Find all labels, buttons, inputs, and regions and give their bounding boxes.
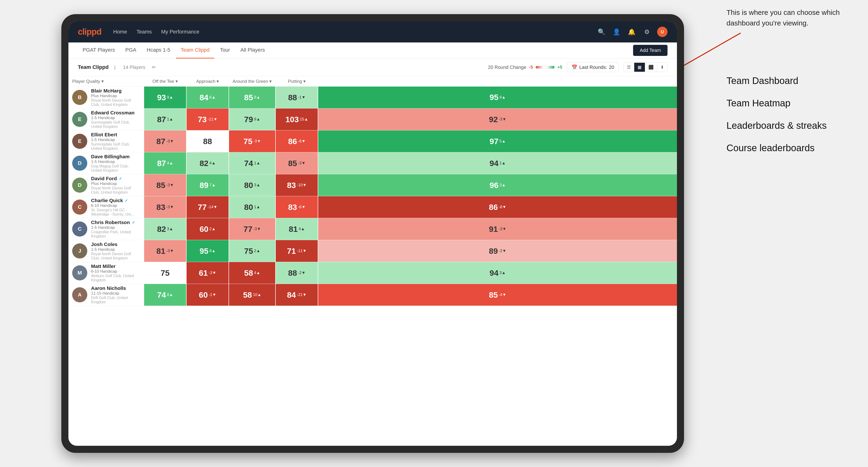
score-cell-4: 85 -4▼ (318, 284, 677, 306)
tab-tour[interactable]: Tour (215, 42, 235, 59)
nav-home[interactable]: Home (113, 29, 127, 35)
score-cell-4: 89 -2▼ (318, 240, 677, 262)
player-cell[interactable]: B Blair McHarg Plus Handicap Royal North… (68, 87, 144, 108)
score-value: 60 (199, 224, 209, 234)
score-value: 86 (489, 203, 498, 212)
score-value: 83 (288, 203, 297, 212)
tablet-frame: clippd Home Teams My Performance 🔍 👤 🔔 ⚙… (61, 14, 684, 453)
view-grid-btn[interactable]: ▦ (634, 63, 645, 72)
score-change: -1▼ (209, 292, 216, 297)
score-cell-4: 97 5▲ (318, 130, 677, 152)
nav-my-performance[interactable]: My Performance (161, 29, 199, 35)
player-club: Sunningdale Golf Club, United Kingdom (91, 120, 140, 129)
tab-hcaps[interactable]: Hcaps 1-5 (142, 42, 175, 59)
search-icon[interactable]: 🔍 (597, 27, 606, 36)
bell-icon[interactable]: 🔔 (627, 27, 637, 36)
score-value: 80 (244, 181, 253, 190)
player-name: Dave Billingham (91, 154, 140, 159)
scale-pos: +5 (557, 65, 562, 70)
player-avatar: D (72, 178, 87, 193)
view-export-btn[interactable]: ⬇ (657, 63, 667, 72)
add-team-button[interactable]: Add Team (633, 45, 668, 56)
player-info: Dave Billingham 1-5 Handicap Gog Magog G… (91, 154, 140, 173)
player-handicap: 1-5 Handicap (91, 225, 140, 230)
settings-icon[interactable]: ⚙ (642, 27, 651, 36)
tablet-screen: clippd Home Teams My Performance 🔍 👤 🔔 ⚙… (68, 21, 677, 446)
player-cell[interactable]: A Aaron Nicholls 11-15 Handicap Drift Go… (68, 284, 144, 306)
score-change: -8▼ (499, 205, 506, 210)
score-value: 74 (244, 159, 253, 168)
annotation-text: This is where you can choose which dashb… (726, 7, 859, 28)
col-approach-header[interactable]: Approach ▾ (186, 76, 229, 87)
player-cell[interactable]: E Edward Crossman 1-5 Handicap Sunningda… (68, 108, 144, 130)
player-handicap: 1-5 Handicap (91, 247, 140, 252)
score-cell-2: 58 4▲ (229, 262, 276, 284)
tab-team-clippd[interactable]: Team Clippd (176, 42, 214, 59)
player-cell[interactable]: C Chris Robertson ✓ 1-5 Handicap Craigmi… (68, 218, 144, 240)
score-change: 4▲ (299, 227, 305, 231)
option-team-heatmap[interactable]: Team Heatmap (726, 98, 859, 108)
table-row: E Edward Crossman 1-5 Handicap Sunningda… (68, 108, 677, 130)
option-leaderboards[interactable]: Leaderboards & streaks (726, 120, 859, 131)
score-value: 73 (198, 115, 207, 124)
col-around-green-header[interactable]: Around the Green ▾ (229, 76, 276, 87)
player-avatar: A (72, 287, 87, 302)
score-value: 81 (156, 247, 165, 256)
player-info: Chris Robertson ✓ 1-5 Handicap Craigmill… (91, 220, 140, 239)
score-value: 89 (489, 247, 498, 256)
player-count: 14 Players (123, 65, 146, 70)
tab-pga[interactable]: PGA (121, 42, 141, 59)
score-cell-0: 81 -3▼ (144, 240, 186, 262)
player-name: Matt Miller (91, 263, 140, 269)
col-putting-header[interactable]: Putting ▾ (276, 76, 318, 87)
view-toggle: ☰ ▦ ⬛ ⬇ (623, 63, 668, 72)
scale-bar (536, 66, 555, 69)
person-icon[interactable]: 👤 (612, 27, 621, 36)
player-cell[interactable]: J Josh Coles 1-5 Handicap Royal North De… (68, 240, 144, 262)
score-change: 1▲ (254, 205, 260, 210)
last-rounds-button[interactable]: 📅 Last Rounds: 20 (567, 62, 619, 72)
player-handicap: 1-5 Handicap (91, 116, 140, 120)
score-change: -3▼ (253, 227, 261, 231)
score-value: 96 (490, 181, 499, 190)
score-value: 88 (203, 137, 212, 146)
score-change: 4▲ (210, 161, 216, 165)
player-cell[interactable]: D Dave Billingham 1-5 Handicap Gog Magog… (68, 152, 144, 174)
player-name: David Ford ✓ (91, 176, 140, 181)
tab-pgat-players[interactable]: PGAT Players (78, 42, 120, 59)
view-heat-btn[interactable]: ⬛ (645, 63, 657, 72)
player-cell[interactable]: D David Ford ✓ Plus Handicap Royal North… (68, 174, 144, 196)
col-off-tee-header[interactable]: Off the Tee ▾ (144, 76, 186, 87)
score-cell-0: 75 (144, 262, 186, 284)
edit-icon[interactable]: ✏ (152, 64, 156, 70)
score-value: 85 (244, 93, 253, 102)
score-change: -3▼ (499, 117, 506, 122)
nav-links: Home Teams My Performance (113, 29, 597, 35)
option-team-dashboard[interactable]: Team Dashboard (726, 75, 859, 86)
nav-teams[interactable]: Teams (136, 29, 152, 35)
player-cell[interactable]: E Elliot Ebert 1-5 Handicap Sunningdale … (68, 130, 144, 152)
score-change: -3▼ (166, 139, 174, 144)
avatar[interactable]: U (657, 27, 668, 37)
data-table: Player Quality ▾ Off the Tee ▾ Approach … (68, 76, 677, 306)
tab-all-players[interactable]: All Players (236, 42, 270, 59)
score-value: 77 (243, 224, 252, 234)
subnav: PGAT Players PGA Hcaps 1-5 Team Clippd T… (68, 42, 677, 59)
player-club: Royal North Devon Golf Club, United King… (91, 186, 140, 195)
score-change: -4▼ (499, 292, 506, 297)
option-course-leaderboards[interactable]: Course leaderboards (726, 143, 859, 153)
player-avatar: B (72, 90, 87, 105)
score-cell-4: 86 -8▼ (318, 196, 677, 218)
score-value: 93 (157, 93, 166, 102)
view-list-btn[interactable]: ☰ (624, 63, 634, 72)
score-cell-1: 82 4▲ (186, 152, 229, 174)
table-area: Player Quality ▾ Off the Tee ▾ Approach … (68, 76, 677, 446)
player-name: Aaron Nicholls (91, 285, 140, 291)
score-change: -10▼ (297, 183, 307, 187)
score-change: 8▲ (254, 95, 260, 100)
score-change: -3▼ (166, 249, 174, 253)
player-cell[interactable]: M Matt Miller 6-10 Handicap Woburn Golf … (68, 262, 144, 284)
player-cell[interactable]: C Charlie Quick ✓ 6-10 Handicap St. Geor… (68, 196, 144, 218)
score-cell-0: 82 3▲ (144, 218, 186, 240)
score-cell-0: 87 -3▼ (144, 130, 186, 152)
